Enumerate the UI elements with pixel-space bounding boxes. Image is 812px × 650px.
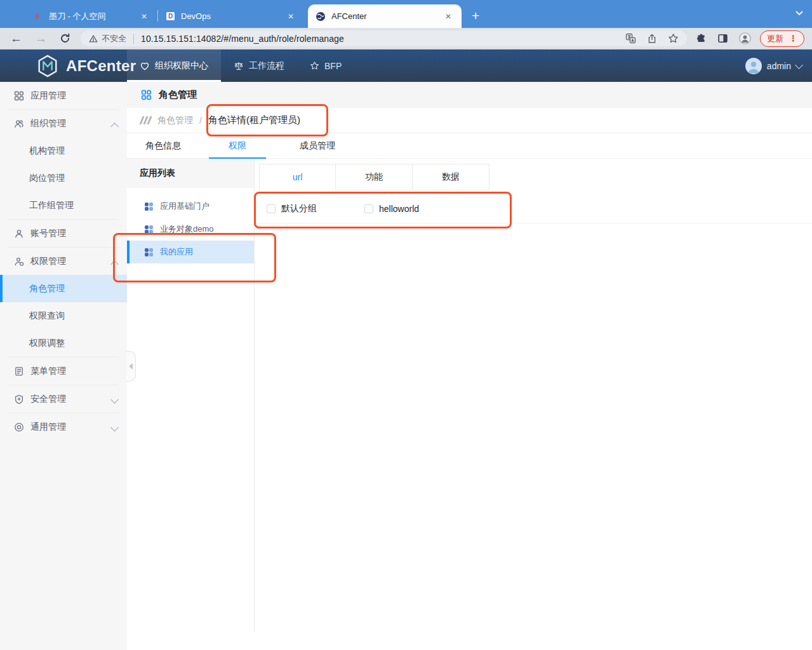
share-icon[interactable]	[647, 34, 657, 44]
globe-icon	[316, 11, 326, 22]
app-list-item-base-portal[interactable]: 应用基础门户	[127, 195, 254, 218]
sidebar-item-label: 权限查询	[29, 310, 65, 322]
app-icon	[145, 202, 153, 211]
appstore-icon	[141, 90, 152, 100]
sidebar-item-security-management[interactable]: 安全管理	[0, 385, 127, 413]
app-list-item-label: 我的应用	[160, 246, 193, 258]
scale-icon	[234, 61, 244, 71]
browser-toolbar: ← → 不安全 10.15.15.151:14082/#/menu_auth/r…	[0, 28, 812, 50]
back-button[interactable]: ←	[10, 32, 22, 44]
sidebar-item-general-management[interactable]: 通用管理	[0, 413, 127, 441]
sidebar-item-permission-adjust[interactable]: 权限调整	[0, 329, 127, 357]
sidebar-item-permission-management[interactable]: 权限管理	[0, 248, 127, 275]
chrome-update-button[interactable]: 更新 ⋮	[760, 30, 804, 47]
app-list-item-label: 应用基础门户	[160, 201, 210, 212]
address-separator	[133, 34, 134, 44]
forward-button[interactable]: →	[35, 32, 47, 44]
translate-icon[interactable]	[625, 33, 636, 44]
browser-tab-mockingbot[interactable]: 墨刀 - 个人空间 ✕	[25, 4, 157, 28]
perm-tab-label: 功能	[365, 171, 383, 183]
nav-label: BFP	[324, 61, 342, 71]
detail-tabs: 角色信息 权限 成员管理	[127, 133, 812, 159]
permission-detail-area: url 功能 数据 默认分组 helloworld	[254, 159, 812, 632]
nav-label: 工作流程	[249, 60, 284, 72]
checkbox-item-helloworld[interactable]: helloworld	[364, 204, 462, 214]
new-tab-button[interactable]: +	[472, 9, 479, 22]
tab-member-management[interactable]: 成员管理	[291, 133, 343, 158]
top-navigation: 组织权限中心 工作流程 BFP	[127, 50, 354, 82]
tab-close-icon[interactable]: ✕	[443, 11, 454, 22]
sidebar-item-label: 账号管理	[30, 228, 66, 239]
sidebar-item-role-management[interactable]: 角色管理	[0, 275, 127, 302]
side-panel-icon[interactable]	[717, 33, 728, 44]
chevron-down-icon	[795, 61, 803, 69]
sidebar-item-label: 组织管理	[30, 118, 66, 129]
browser-tab-title: AFCenter	[331, 11, 437, 21]
collapse-arrow-icon	[129, 363, 133, 369]
nav-item-workflow[interactable]: 工作流程	[221, 50, 297, 82]
checkbox-item-default-group[interactable]: 默认分组	[267, 203, 364, 215]
chevron-up-icon	[110, 123, 119, 131]
page-title-bar: 角色管理	[127, 82, 812, 108]
tab-close-icon[interactable]: ✕	[138, 11, 150, 22]
profile-icon[interactable]	[739, 32, 751, 44]
sidebar-item-menu-management[interactable]: 菜单管理	[0, 357, 127, 385]
perm-tab-label: url	[293, 172, 303, 182]
checkbox[interactable]	[364, 204, 373, 213]
breadcrumb-root[interactable]: 角色管理	[157, 115, 193, 126]
perm-tab-url[interactable]: url	[259, 164, 336, 190]
app-list-item-business-demo[interactable]: 业务对象demo	[127, 218, 254, 241]
tab-label: 角色信息	[145, 140, 181, 152]
reload-button[interactable]	[60, 33, 70, 44]
sidebar-item-permission-query[interactable]: 权限查询	[0, 302, 127, 329]
breadcrumb-icon	[141, 116, 150, 124]
heart-shield-icon	[140, 61, 150, 71]
sidebar-item-app-management[interactable]: 应用管理	[0, 82, 127, 109]
address-bar[interactable]: 不安全 10.15.15.151:14082/#/menu_auth/role/…	[81, 30, 687, 46]
app-list-item-my-app[interactable]: 我的应用	[127, 241, 254, 263]
app-list-item-label: 业务对象demo	[160, 223, 214, 235]
security-label[interactable]: 不安全	[102, 33, 126, 44]
star-icon	[310, 61, 319, 70]
nav-item-org-perm-center[interactable]: 组织权限中心	[127, 50, 221, 82]
sidebar-item-institution-management[interactable]: 机构管理	[0, 137, 127, 164]
permission-type-tabs: url 功能 数据	[259, 164, 812, 190]
sidebar-item-label: 机构管理	[29, 145, 65, 157]
extensions-puzzle-icon[interactable]	[696, 33, 707, 44]
bookmark-star-icon[interactable]	[668, 33, 679, 44]
sidebar-item-workgroup-management[interactable]: 工作组管理	[0, 192, 127, 219]
tab-permission[interactable]: 权限	[209, 133, 266, 158]
grid-icon	[14, 91, 24, 101]
sidebar-item-label: 应用管理	[30, 90, 66, 102]
perm-tab-data[interactable]: 数据	[413, 164, 489, 190]
app-icon	[145, 248, 153, 256]
tab-role-info[interactable]: 角色信息	[143, 133, 183, 158]
browser-tab-afcenter[interactable]: AFCenter ✕	[308, 4, 462, 28]
app-list-header: 应用列表	[127, 159, 254, 188]
breadcrumb-separator: /	[199, 116, 202, 126]
url-text[interactable]: 10.15.15.151:14082/#/menu_auth/role/role…	[141, 34, 625, 44]
document-icon	[14, 366, 24, 376]
sidebar-item-label: 角色管理	[29, 283, 65, 295]
main-content: 角色管理 角色管理 / 角色详情(租户管理员) 角色信息 权限 成员管理 应用列…	[127, 82, 812, 650]
sidebar-item-org-management[interactable]: 组织管理	[0, 110, 127, 137]
not-secure-warning-icon[interactable]	[89, 34, 98, 43]
browser-tab-title: DevOps	[181, 11, 279, 21]
target-icon	[14, 422, 24, 432]
chevron-down-icon	[110, 395, 119, 404]
checkbox[interactable]	[267, 204, 276, 213]
sidebar-item-label: 权限管理	[30, 256, 66, 267]
sidebar-item-position-management[interactable]: 岗位管理	[0, 164, 127, 192]
tab-search-chevron-icon[interactable]	[795, 11, 803, 16]
sidebar-item-label: 安全管理	[30, 394, 66, 405]
menu-dots-icon[interactable]: ⋮	[789, 34, 797, 43]
sidebar-collapse-handle[interactable]	[126, 351, 136, 381]
user-menu[interactable]: admin	[745, 50, 802, 82]
perm-tab-function[interactable]: 功能	[336, 164, 413, 190]
nav-item-bfp[interactable]: BFP	[297, 50, 354, 82]
tab-close-icon[interactable]: ✕	[285, 11, 296, 22]
perm-tab-label: 数据	[442, 171, 460, 183]
sidebar-item-account-management[interactable]: 账号管理	[0, 220, 127, 247]
afcenter-logo-icon	[36, 54, 60, 78]
browser-tab-devops[interactable]: D DevOps ✕	[158, 4, 304, 28]
